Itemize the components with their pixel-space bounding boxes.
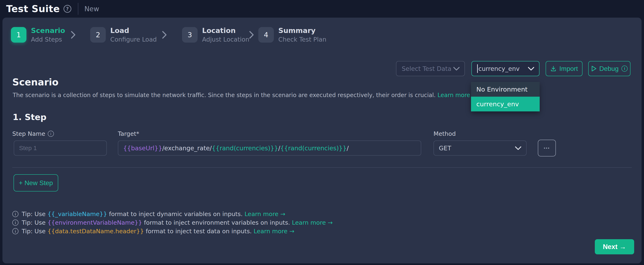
new-step-button[interactable]: + New Step — [14, 174, 58, 192]
info-icon: i — [12, 228, 18, 234]
tip-learn-more-link[interactable]: Learn more → — [254, 228, 294, 235]
breadcrumb: New — [84, 5, 99, 13]
info-glyph: i — [15, 229, 16, 234]
tip-environment-variables: i Tip: Use {{environmentVariableName}} f… — [12, 219, 333, 226]
scenario-description: The scenario is a collection of steps to… — [13, 92, 477, 98]
debug-label: Debug — [599, 65, 618, 72]
tip-code: {{data.testDataName.header}} — [48, 228, 144, 235]
step-name-label: Step Name i — [12, 130, 54, 137]
scenario-section-title: Scenario — [12, 77, 58, 88]
tip-text: Tip: Use {{data.testDataName.header}} fo… — [22, 228, 294, 235]
chevron-right-icon — [71, 31, 76, 39]
step-heading: 1. Step — [13, 112, 46, 122]
page-title: Test Suite — [6, 3, 60, 14]
step-text: Location Adjust Location — [202, 27, 249, 43]
import-label: Import — [559, 65, 578, 72]
debug-info-icon[interactable]: i — [622, 65, 628, 72]
chevron-down-icon — [515, 146, 521, 150]
target-segment-path: / — [278, 145, 280, 152]
chevron-right-icon — [162, 31, 167, 39]
step-text: Summary Check Test Plan — [278, 27, 326, 43]
tip-text: Tip: Use {{_variableName}} format to inj… — [22, 211, 285, 218]
step-title: Summary — [278, 27, 326, 35]
text-cursor — [477, 64, 478, 73]
stepper-step-location[interactable]: 3 Location Adjust Location — [182, 27, 249, 43]
stepper-step-scenario[interactable]: 1 Scenario Add Steps — [11, 27, 65, 43]
step-text: Load Configure Load — [110, 27, 157, 43]
tip-test-data: i Tip: Use {{data.testDataName.header}} … — [12, 228, 294, 235]
chevron-down-icon — [528, 67, 534, 70]
step-number: 3 — [182, 27, 198, 43]
target-label: Target* — [118, 130, 139, 137]
step-number: 2 — [90, 27, 106, 43]
step-subtitle: Add Steps — [31, 36, 65, 43]
environment-option-no-environment[interactable]: No Environment — [471, 82, 540, 97]
info-icon: i — [12, 211, 18, 217]
environment-combobox[interactable]: currency_env — [472, 61, 540, 76]
tip-code: {{_variableName}} — [48, 211, 107, 218]
method-select[interactable]: GET — [434, 140, 526, 156]
step-title: Location — [202, 27, 249, 35]
help-icon[interactable]: ? — [64, 5, 71, 13]
target-segment-path: / — [346, 145, 349, 152]
main-panel: 1 Scenario Add Steps 2 Load Configure Lo… — [2, 18, 642, 263]
target-segment-path: /exchange_rate/ — [162, 145, 212, 152]
chevron-down-icon — [454, 67, 460, 70]
environment-option-currency-env[interactable]: currency_env — [471, 97, 540, 111]
header-divider — [78, 3, 78, 15]
info-icon: i — [12, 220, 18, 226]
method-value: GET — [439, 145, 451, 152]
debug-button[interactable]: Debug i — [588, 61, 630, 76]
help-glyph: ? — [66, 6, 69, 11]
target-input[interactable]: {{baseUrl}}/exchange_rate/{{rand(currenc… — [118, 140, 421, 156]
tip-dynamic-variables: i Tip: Use {{_variableName}} format to i… — [12, 211, 285, 218]
environment-value: currency_env — [478, 65, 520, 72]
target-segment-variable: {{baseUrl}} — [123, 145, 162, 152]
app-screen: Test Suite ? New 1 Scenario Add Steps 2 … — [0, 0, 644, 265]
step-name-input[interactable] — [14, 140, 107, 156]
stepper-step-load[interactable]: 2 Load Configure Load — [90, 27, 157, 43]
tip-code: {{environmentVariableName}} — [48, 219, 142, 226]
info-glyph: i — [15, 212, 16, 216]
next-button[interactable]: Next → — [595, 239, 634, 254]
info-glyph: i — [50, 132, 51, 136]
tip-learn-more-link[interactable]: Learn more → — [244, 211, 285, 218]
method-label: Method — [434, 130, 456, 137]
step-title: Scenario — [31, 27, 65, 35]
step-subtitle: Configure Load — [110, 36, 157, 43]
step-subtitle: Check Test Plan — [278, 36, 326, 43]
info-glyph: i — [15, 221, 16, 225]
ellipsis-icon: ••• — [544, 146, 550, 151]
tip-learn-more-link[interactable]: Learn more → — [292, 219, 333, 226]
info-glyph: i — [624, 66, 625, 71]
step-subtitle: Adjust Location — [202, 36, 249, 43]
step-more-options-button[interactable]: ••• — [538, 140, 556, 156]
step-name-info-icon[interactable]: i — [48, 131, 54, 137]
select-test-data-dropdown[interactable]: Select Test Data — [396, 61, 465, 76]
play-icon — [591, 65, 596, 72]
step-title: Load — [110, 27, 157, 35]
environment-menu: No Environment currency_env — [471, 82, 540, 111]
step-name-label-text: Step Name — [12, 130, 45, 137]
scenario-description-text: The scenario is a collection of steps to… — [13, 92, 438, 98]
stepper-step-summary[interactable]: 4 Summary Check Test Plan — [258, 27, 326, 43]
header: Test Suite ? New — [0, 0, 644, 18]
section-divider — [12, 167, 632, 168]
step-text: Scenario Add Steps — [31, 27, 65, 43]
target-segment-function: {{rand(currencies)}} — [280, 145, 346, 152]
chevron-right-icon — [249, 31, 254, 39]
select-test-data-placeholder: Select Test Data — [402, 65, 451, 72]
target-segment-function: {{rand(currencies)}} — [212, 145, 278, 152]
step-number: 4 — [258, 27, 274, 43]
environment-value-wrap: currency_env — [477, 64, 520, 73]
step-number: 1 — [11, 27, 26, 43]
download-icon — [550, 65, 556, 72]
import-button[interactable]: Import — [546, 61, 582, 76]
tip-text: Tip: Use {{environmentVariableName}} for… — [22, 219, 333, 226]
